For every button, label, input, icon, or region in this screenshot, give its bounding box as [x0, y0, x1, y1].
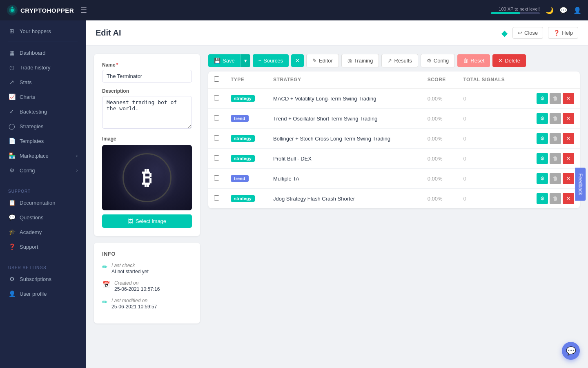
- row-info-button[interactable]: ⚙: [537, 113, 548, 124]
- config-button[interactable]: ⚙ Config: [421, 54, 455, 67]
- sidebar-item-your-hoppers[interactable]: ⊞ Your hoppers: [0, 24, 86, 38]
- results-button[interactable]: ↗ Results: [381, 54, 418, 67]
- academy-icon: 🎓: [8, 229, 16, 235]
- table-row: trend Trend + Oscillator Short Term Swin…: [208, 109, 580, 129]
- chat-bubble-button[interactable]: 💬: [562, 342, 580, 360]
- help-button[interactable]: ❓ Help: [548, 27, 578, 39]
- close-button[interactable]: ↩ Close: [512, 27, 543, 39]
- row-close-button[interactable]: ✕: [563, 113, 574, 124]
- sources-button[interactable]: + Sources: [253, 54, 289, 67]
- select-image-button[interactable]: 🖼 Select image: [102, 214, 192, 228]
- sidebar-item-questions[interactable]: 💬 Questions: [0, 210, 86, 225]
- right-panel: 💾 Save ▾ + Sources ✕ ✎ Editor: [208, 54, 580, 323]
- chevron-right-icon: ›: [76, 168, 78, 173]
- delete-icon: ✕: [498, 58, 503, 64]
- stats-icon: ↗: [8, 79, 16, 85]
- row-checkbox[interactable]: [214, 115, 219, 120]
- strategy-name: MACD + Volatility Long-Term Swing Tradin…: [267, 88, 422, 109]
- sidebar-item-academy[interactable]: 🎓 Academy: [0, 225, 86, 239]
- feedback-button[interactable]: Feedback: [575, 167, 586, 201]
- row-info-button[interactable]: ⚙: [537, 193, 548, 204]
- col-type: Type: [225, 71, 267, 88]
- row-delete-button[interactable]: 🗑: [550, 133, 561, 144]
- total-signals-cell: 0: [457, 88, 521, 109]
- score-cell: 0.00%: [422, 129, 458, 149]
- table-row: strategy MACD + Volatility Long-Term Swi…: [208, 88, 580, 109]
- help-icon: ❓: [553, 30, 560, 36]
- strategy-name: Profit Bull - DEX: [267, 149, 422, 169]
- sidebar-item-user-profile[interactable]: 👤 User profile: [0, 286, 86, 301]
- sidebar-item-subscriptions[interactable]: ⚙ Subscriptions: [0, 272, 86, 286]
- sidebar-item-templates[interactable]: 📄 Templates: [0, 134, 86, 148]
- type-badge: strategy: [231, 95, 255, 102]
- row-delete-button[interactable]: 🗑: [550, 153, 561, 164]
- training-button[interactable]: ◎ Training: [341, 54, 379, 67]
- circle-icon: ◯: [8, 123, 16, 129]
- select-all-checkbox[interactable]: [214, 76, 219, 82]
- editor-button[interactable]: ✎ Editor: [306, 54, 339, 67]
- table-row: strategy Jdog Strategy Flash Crash Short…: [208, 189, 580, 209]
- profile-icon: 👤: [8, 290, 16, 297]
- row-close-button[interactable]: ✕: [563, 153, 574, 164]
- sidebar-item-trade-history[interactable]: ◷ Trade history: [0, 60, 86, 75]
- user-icon[interactable]: 👤: [573, 7, 581, 14]
- reset-button[interactable]: 🗑 Reset: [457, 54, 490, 67]
- left-panel: Name* Description Meanest trading bot of…: [94, 54, 200, 323]
- sidebar-item-charts[interactable]: 📈 Charts: [0, 89, 86, 104]
- row-close-button[interactable]: ✕: [563, 93, 574, 104]
- bitcoin-symbol: ₿: [142, 167, 152, 189]
- row-info-button[interactable]: ⚙: [537, 133, 548, 144]
- config-icon: ⚙: [427, 58, 432, 64]
- sidebar-item-strategies[interactable]: ◯ Strategies: [0, 119, 86, 134]
- total-signals-cell: 0: [457, 109, 521, 129]
- row-info-button[interactable]: ⚙: [537, 93, 548, 104]
- sources-close-button[interactable]: ✕: [291, 54, 304, 67]
- sidebar-item-config[interactable]: ⚙ Config ›: [0, 163, 86, 178]
- pen-icon: ✎: [312, 58, 317, 64]
- sidebar-item-documentation[interactable]: 📋 Documentation: [0, 195, 86, 210]
- theme-toggle-icon[interactable]: 🌙: [546, 7, 554, 14]
- chat-icon[interactable]: 💬: [559, 7, 568, 14]
- info-title: INFO: [102, 251, 192, 257]
- strategy-name: Trend + Oscillator Short Term Swing Trad…: [267, 109, 422, 129]
- hamburger-menu[interactable]: ☰: [80, 6, 87, 15]
- row-checkbox[interactable]: [214, 155, 219, 161]
- image-icon: 🖼: [128, 218, 133, 224]
- info-last-modified: ✏ Last modified on 25-06-2021 10:59:57: [102, 298, 192, 310]
- col-actions: [521, 71, 580, 88]
- save-button[interactable]: 💾 Save: [208, 54, 241, 67]
- image-preview: ₿: [102, 145, 192, 210]
- row-checkbox[interactable]: [214, 175, 219, 181]
- row-delete-button[interactable]: 🗑: [550, 193, 561, 204]
- strategy-name: Bollinger + Stoch Cross Long Term Swing …: [267, 129, 422, 149]
- logo[interactable]: CRYPTOHOPPER: [7, 4, 74, 16]
- templates-icon: 📄: [8, 138, 16, 144]
- sidebar-item-dashboard[interactable]: ▦ Dashboard: [0, 45, 86, 60]
- sidebar-item-backtesting[interactable]: ✓ Backtesting: [0, 104, 86, 119]
- page-header: Edit AI ◆ ↩ Close ❓ Help: [86, 20, 588, 46]
- description-textarea[interactable]: Meanest trading bot of the world.: [102, 96, 192, 129]
- save-dropdown-button[interactable]: ▾: [241, 54, 250, 67]
- sidebar-item-stats[interactable]: ↗ Stats: [0, 75, 86, 89]
- row-checkbox[interactable]: [214, 195, 219, 201]
- name-input[interactable]: [102, 70, 192, 83]
- row-close-button[interactable]: ✕: [563, 193, 574, 204]
- description-label: Description: [102, 88, 192, 94]
- row-delete-button[interactable]: 🗑: [550, 113, 561, 124]
- row-checkbox[interactable]: [214, 95, 219, 100]
- dashboard-icon: ▦: [8, 49, 16, 56]
- edit2-icon: ✏: [102, 298, 107, 306]
- row-delete-button[interactable]: 🗑: [550, 93, 561, 104]
- row-close-button[interactable]: ✕: [563, 133, 574, 144]
- sidebar-item-marketplace[interactable]: 🏪 Marketplace ›: [0, 148, 86, 163]
- table-row: strategy Profit Bull - DEX 0.00% 0 ⚙ 🗑 ✕: [208, 149, 580, 169]
- row-close-button[interactable]: ✕: [563, 173, 574, 184]
- delete-button[interactable]: ✕ Delete: [492, 54, 526, 67]
- row-delete-button[interactable]: 🗑: [550, 173, 561, 184]
- svg-point-3: [11, 7, 13, 8]
- row-info-button[interactable]: ⚙: [537, 173, 548, 184]
- sidebar-item-support[interactable]: ❓ Support: [0, 239, 86, 254]
- row-info-button[interactable]: ⚙: [537, 153, 548, 164]
- type-badge: trend: [231, 115, 249, 122]
- row-checkbox[interactable]: [214, 135, 219, 141]
